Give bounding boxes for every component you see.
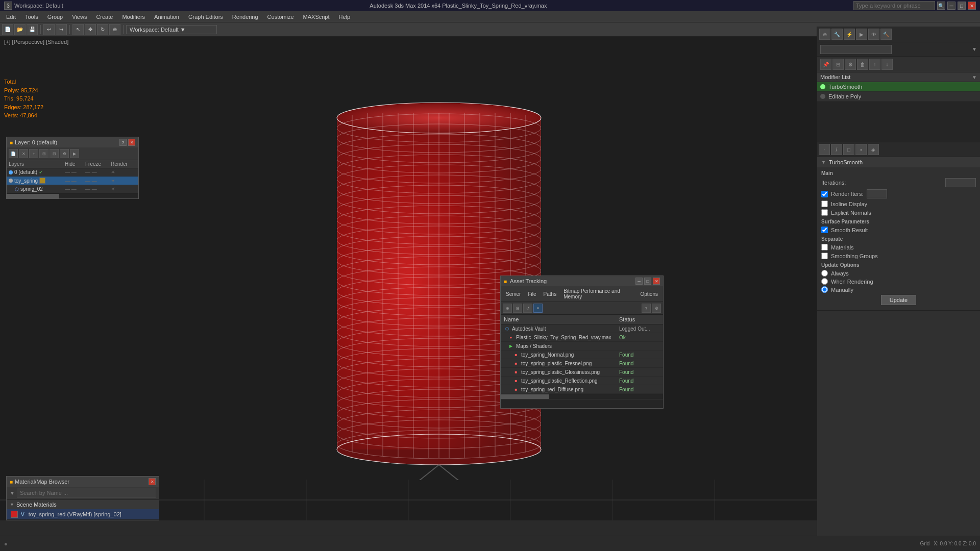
asset-tool-3[interactable]: ↺ bbox=[523, 304, 532, 313]
trash-icon[interactable]: 🗑 bbox=[857, 59, 868, 70]
scene-materials-header[interactable]: ▼ Scene Materials bbox=[7, 500, 159, 509]
element-btn[interactable]: ◈ bbox=[868, 144, 879, 155]
smooth-result-checkbox[interactable] bbox=[821, 227, 828, 233]
asset-minimize-btn[interactable]: ─ bbox=[635, 278, 643, 285]
close-button[interactable]: ✕ bbox=[968, 2, 976, 10]
menu-views[interactable]: Views bbox=[68, 13, 91, 21]
asset-settings-btn[interactable]: ⚙ bbox=[652, 304, 661, 313]
layer-delete-btn[interactable]: ✕ bbox=[19, 149, 28, 158]
materials-checkbox[interactable] bbox=[821, 244, 828, 251]
menu-group[interactable]: Group bbox=[43, 13, 67, 21]
layer-row-toy-spring[interactable]: toy_spring — — — — ☀ bbox=[7, 177, 138, 185]
asset-tool-2[interactable]: ⊟ bbox=[513, 304, 522, 313]
asset-row-vault[interactable]: ⬡ Autodesk Vault Logged Out... bbox=[501, 324, 663, 333]
maximize-button[interactable]: □ bbox=[958, 2, 966, 10]
always-radio[interactable] bbox=[821, 270, 828, 277]
new-button[interactable]: 📄 bbox=[2, 24, 13, 35]
render-iters-checkbox[interactable] bbox=[821, 191, 828, 197]
material-search-input[interactable] bbox=[17, 488, 156, 498]
layer-expand-btn[interactable]: ▶ bbox=[70, 149, 79, 158]
edge-btn[interactable]: / bbox=[831, 144, 842, 155]
asset-row-maps[interactable]: ▶ Maps / Shaders bbox=[501, 342, 663, 350]
rotate-button[interactable]: ↻ bbox=[97, 24, 108, 35]
turbosmooth-header[interactable]: ▼ TurboSmooth bbox=[817, 157, 980, 167]
menu-modifiers[interactable]: Modifiers bbox=[118, 13, 149, 21]
move-up-icon[interactable]: ↑ bbox=[869, 59, 880, 70]
menu-maxscript[interactable]: MAXScript bbox=[299, 13, 334, 21]
explicit-normals-checkbox[interactable] bbox=[821, 209, 828, 216]
asset-menu-file[interactable]: File bbox=[525, 290, 539, 298]
isoline-checkbox[interactable] bbox=[821, 201, 828, 207]
asset-row-maxfile[interactable]: ● Plastic_Slinky_Toy_Spring_Red_vray.max… bbox=[501, 333, 663, 342]
app-icon[interactable]: 3 bbox=[4, 2, 12, 10]
layers-close-btn[interactable]: ✕ bbox=[128, 139, 135, 146]
menu-create[interactable]: Create bbox=[92, 13, 117, 21]
motion-icon[interactable]: ▶ bbox=[856, 29, 867, 40]
menu-animation[interactable]: Animation bbox=[150, 13, 183, 21]
modifier-editable-poly[interactable]: Editable Poly bbox=[817, 92, 980, 102]
poly-btn[interactable]: ▪ bbox=[855, 144, 867, 155]
menu-customize[interactable]: Customize bbox=[263, 13, 298, 21]
modify-icon[interactable]: 🔧 bbox=[831, 29, 843, 40]
material-item-toy-spring[interactable]: V toy_spring_red (VRayMtl) [spring_02] bbox=[7, 509, 159, 520]
configure-icon[interactable]: ⚙ bbox=[845, 59, 856, 70]
layer-merge-btn[interactable]: ⊟ bbox=[50, 149, 59, 158]
funnel-icon[interactable]: ⊟ bbox=[832, 59, 844, 70]
layer-add-btn[interactable]: + bbox=[29, 149, 38, 158]
layers-help-btn[interactable]: ? bbox=[119, 139, 127, 146]
asset-maximize-btn[interactable]: □ bbox=[644, 278, 651, 285]
asset-menu-bitmap[interactable]: Bitmap Performance and Memory bbox=[560, 287, 636, 300]
object-name-input[interactable]: spring_02 bbox=[820, 45, 892, 54]
vertex-btn[interactable]: · bbox=[819, 144, 830, 155]
render-iters-input[interactable]: 1 bbox=[867, 189, 887, 198]
menu-rendering[interactable]: Rendering bbox=[228, 13, 262, 21]
modifier-list-expand[interactable]: ▼ bbox=[972, 74, 977, 80]
open-button[interactable]: 📂 bbox=[14, 24, 26, 35]
asset-menu-server[interactable]: Server bbox=[503, 290, 524, 298]
undo-button[interactable]: ↩ bbox=[43, 24, 55, 35]
search-input[interactable] bbox=[853, 1, 935, 10]
asset-scrollbar-thumb[interactable] bbox=[501, 394, 549, 399]
asset-menu-options[interactable]: Options bbox=[638, 290, 661, 298]
when-rendering-radio[interactable] bbox=[821, 278, 828, 285]
layers-scrollbar[interactable] bbox=[7, 193, 138, 198]
border-btn[interactable]: □ bbox=[843, 144, 854, 155]
redo-button[interactable]: ↪ bbox=[56, 24, 67, 35]
viewport[interactable]: [+] [Perspective] [Shaded] Total Polys: … bbox=[0, 37, 817, 520]
layer-settings-btn[interactable]: ⚙ bbox=[60, 149, 69, 158]
layer-row-default[interactable]: 0 (default) ✓ — — — — ☀ bbox=[7, 168, 138, 177]
layers-scrollbar-thumb[interactable] bbox=[7, 194, 59, 198]
iterations-input[interactable]: 0 bbox=[945, 178, 976, 187]
modifier-turbosmooth[interactable]: TurboSmooth bbox=[817, 82, 980, 92]
select-button[interactable]: ↖ bbox=[72, 24, 84, 35]
asset-row-glossiness[interactable]: ■ toy_spring_plastic_Glossiness.png Foun… bbox=[501, 368, 663, 377]
display-icon[interactable]: 👁 bbox=[868, 29, 879, 40]
material-browser-close-btn[interactable]: ✕ bbox=[149, 478, 156, 485]
update-button[interactable]: Update bbox=[881, 295, 916, 305]
menu-help[interactable]: Help bbox=[335, 13, 355, 21]
asset-tool-4[interactable]: ≡ bbox=[533, 304, 543, 313]
hierarchy-icon[interactable]: ⚡ bbox=[844, 29, 855, 40]
asset-row-diffuse[interactable]: ■ toy_spring_red_Diffuse.png Found bbox=[501, 385, 663, 394]
manually-radio[interactable] bbox=[821, 286, 828, 293]
move-button[interactable]: ✥ bbox=[85, 24, 96, 35]
asset-menu-paths[interactable]: Paths bbox=[541, 290, 560, 298]
asset-row-fresnel[interactable]: ■ toy_spring_plastic_Fresnel.png Found bbox=[501, 359, 663, 368]
layer-select-btn[interactable]: ⊞ bbox=[39, 149, 48, 158]
asset-row-normal[interactable]: ■ toy_spring_Normal.png Found bbox=[501, 350, 663, 359]
asset-row-reflection[interactable]: ■ toy_spring_plastic_Reflection.png Foun… bbox=[501, 377, 663, 385]
utility-icon[interactable]: 🔨 bbox=[880, 29, 892, 40]
smoothing-groups-checkbox[interactable] bbox=[821, 253, 828, 259]
minimize-button[interactable]: ─ bbox=[947, 2, 955, 10]
layer-row-spring02[interactable]: ⬡ spring_02 — — — — ☀ bbox=[7, 185, 138, 193]
asset-tool-1[interactable]: ⊕ bbox=[503, 304, 512, 313]
menu-graph-editors[interactable]: Graph Editors bbox=[184, 13, 227, 21]
asset-scrollbar[interactable] bbox=[501, 394, 663, 399]
workspace-dropdown[interactable]: Workspace: Default ▼ bbox=[126, 25, 217, 34]
menu-tools[interactable]: Tools bbox=[21, 13, 42, 21]
search-button[interactable]: 🔍 bbox=[937, 2, 945, 10]
create-icon[interactable]: ⊕ bbox=[819, 29, 830, 40]
asset-close-btn[interactable]: ✕ bbox=[653, 278, 660, 285]
menu-edit[interactable]: Edit bbox=[2, 13, 20, 21]
asset-help-btn[interactable]: ? bbox=[642, 304, 651, 313]
